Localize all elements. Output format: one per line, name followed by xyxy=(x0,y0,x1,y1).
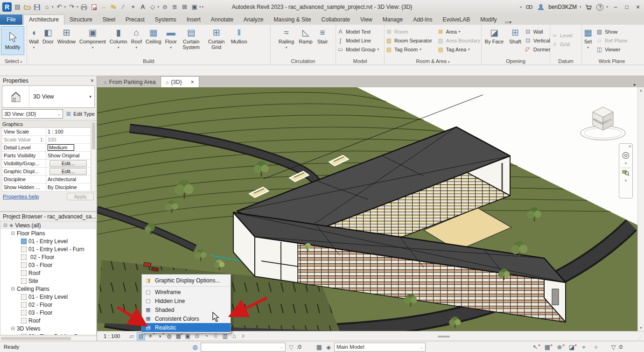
editable-only-filter-icon[interactable]: ▽ xyxy=(287,344,295,351)
apply-button[interactable]: Apply xyxy=(67,193,94,200)
menu-item-consistent-colors[interactable]: ▦ Consistent Colors xyxy=(142,314,231,323)
view-tab-list-icon[interactable]: ▾ xyxy=(633,82,644,87)
default-3d-view-icon[interactable]: ◇ xyxy=(149,3,157,11)
tree-item-cp-roof[interactable]: Roof xyxy=(0,317,96,324)
detail-level-icon[interactable]: ▱ xyxy=(127,332,136,340)
text-icon[interactable]: A xyxy=(139,3,147,11)
properties-close-icon[interactable]: × xyxy=(91,77,94,84)
curtain-grid-button[interactable]: ⊞Curtain Grid xyxy=(205,26,228,50)
tab-collaborate[interactable]: Collaborate xyxy=(316,14,355,25)
tab-file[interactable]: File xyxy=(0,14,22,25)
ramp-button[interactable]: ◺Ramp xyxy=(298,26,313,45)
ref-plane-button[interactable]: ▱Ref Plane xyxy=(596,36,627,45)
analytical-model-icon[interactable]: ⌂ xyxy=(230,332,238,340)
tree-item-cp-02-floor[interactable]: 02 - Floor xyxy=(0,301,96,309)
viewer-button[interactable]: ◫Viewer xyxy=(596,45,627,54)
tab-systems[interactable]: Systems xyxy=(150,14,182,25)
close-view-tab-icon[interactable]: × xyxy=(191,79,194,85)
zoom-caret-icon[interactable]: ▾ xyxy=(625,179,627,183)
menu-item-graphic-display-options[interactable]: ◨ Graphic Display Options... xyxy=(142,275,231,285)
show-work-plane-button[interactable]: ▧Show xyxy=(596,27,627,36)
wall-button[interactable]: ◖Wall▾ xyxy=(28,26,40,51)
print-icon[interactable] xyxy=(80,3,88,11)
properties-help-link[interactable]: Properties help xyxy=(3,194,39,199)
selection-filter-icon[interactable]: ▽ xyxy=(609,344,617,351)
curtain-system-button[interactable]: ▤Curtain System xyxy=(180,26,203,50)
user-caret-icon[interactable]: ▾ xyxy=(580,5,581,9)
panel-label-model[interactable]: Model xyxy=(336,58,384,65)
minimize-button[interactable]: – xyxy=(612,4,619,10)
view-tab-from-parking-area[interactable]: ⌂From Parking Area xyxy=(99,77,161,87)
graphic-display-edit-button[interactable]: Edit... xyxy=(49,168,87,175)
sync-caret-icon[interactable]: ▾ xyxy=(52,5,54,9)
wall-opening-button[interactable]: ⊟Wall xyxy=(525,27,551,36)
resize-grip[interactable]: ⋰ xyxy=(638,335,643,340)
workset-panel-icon[interactable]: ▦ xyxy=(315,344,323,351)
instance-selector[interactable]: 3D View: {3D}⌄ xyxy=(2,109,63,119)
select-pinned-toggle-icon[interactable]: ⊕× xyxy=(556,344,563,351)
tab-manage[interactable]: Manage xyxy=(378,14,408,25)
shaft-button[interactable]: ⊞Shaft xyxy=(508,26,522,45)
stair-button[interactable]: ≡Stair xyxy=(316,26,329,45)
show-crop-region-icon[interactable]: ▣ xyxy=(183,332,192,340)
temporary-hide-isolate-icon[interactable]: ◔ xyxy=(202,332,210,340)
floor-button[interactable]: ▬Floor▾ xyxy=(164,26,178,51)
user-avatar-icon[interactable] xyxy=(537,3,545,11)
type-selector-caret-icon[interactable]: ▾ xyxy=(86,94,94,99)
tab-annotate[interactable]: Annotate xyxy=(206,14,238,25)
tab-analyze[interactable]: Analyze xyxy=(238,14,269,25)
revit-logo-icon[interactable]: R xyxy=(2,2,12,12)
tree-item-01-entry-level-furn[interactable]: 01 - Entry Level - Furn xyxy=(0,245,96,253)
railing-button[interactable]: ≈Railing▾ xyxy=(278,26,295,51)
select-underlay-toggle-icon[interactable]: ▦× xyxy=(544,344,551,351)
visibility-edit-button[interactable]: Edit... xyxy=(49,160,87,167)
tree-item-03-floor-public-day[interactable]: 03 - Floor Public - Day xyxy=(0,332,96,335)
level-button[interactable]: ≍Level xyxy=(551,31,581,40)
vertical-opening-button[interactable]: ⊡Vertical xyxy=(525,36,551,45)
scroll-up-icon[interactable]: ▲ xyxy=(639,88,643,92)
switch-caret-icon[interactable]: ▾ xyxy=(199,5,201,9)
tree-item-cp-03-floor[interactable]: 03 - Floor xyxy=(0,309,96,317)
view-tab-3d[interactable]: ⌂{3D}× xyxy=(161,76,199,87)
active-workset-select[interactable]: ⌄ xyxy=(201,343,286,352)
close-button[interactable]: × xyxy=(634,3,642,11)
panel-label-circulation[interactable]: Circulation xyxy=(271,58,336,65)
view-scale-control[interactable]: 1 : 100 xyxy=(104,333,120,339)
viewport-hscroll-thumb[interactable] xyxy=(438,336,450,338)
signed-in-user[interactable]: benD3KZM xyxy=(548,4,577,10)
tab-massing-site[interactable]: Massing & Site xyxy=(269,14,316,25)
project-browser-hscrollbar[interactable] xyxy=(0,336,97,341)
search-collapse-icon[interactable]: ◂ xyxy=(520,5,522,9)
tree-3d-views[interactable]: ⊟3D Views xyxy=(0,324,96,332)
unlocked-view-icon[interactable]: ⊙ xyxy=(193,332,201,340)
model-group-button[interactable]: ▭Model Group ▾ xyxy=(337,45,383,54)
area-button[interactable]: ⊠Area ▾ xyxy=(437,27,480,36)
tab-insert[interactable]: Insert xyxy=(182,14,206,25)
show-rendering-dialog-icon[interactable]: ◍ xyxy=(165,332,173,340)
tree-floor-plans[interactable]: ⊟Floor Plans xyxy=(0,229,96,237)
menu-item-hidden-line[interactable]: ▢ Hidden Line xyxy=(142,296,231,305)
file-document-icon[interactable]: ▤ xyxy=(14,3,21,11)
tab-modify[interactable]: Modify xyxy=(475,14,502,25)
panel-label-opening[interactable]: Opening xyxy=(482,58,550,65)
design-options-icon[interactable]: ◈ xyxy=(325,344,332,351)
model-line-icon[interactable]: ∕ xyxy=(119,3,127,11)
menu-item-shaded[interactable]: ▦ Shaded xyxy=(142,305,231,314)
window-button[interactable]: ⊞Window xyxy=(56,26,77,45)
redo-caret-icon[interactable]: ▾ xyxy=(77,5,78,9)
set-work-plane-button[interactable]: ▦Set▾ xyxy=(583,26,593,51)
view-scale-value[interactable]: 1 : 100 xyxy=(46,129,90,134)
column-button[interactable]: ▮Column▾ xyxy=(109,26,128,51)
tree-ceiling-plans[interactable]: ⊟Ceiling Plans xyxy=(0,285,96,293)
parts-visibility-value[interactable]: Show Original xyxy=(46,153,90,158)
tree-item-roof[interactable]: Roof xyxy=(0,269,96,277)
sun-path-icon[interactable]: ☀× xyxy=(146,332,154,340)
steering-wheel-icon[interactable]: ◎ xyxy=(622,149,630,160)
model-line-button[interactable]: ∫Model Line xyxy=(337,36,383,45)
menu-item-realistic[interactable]: ▤ Realistic xyxy=(142,323,231,332)
model-text-button[interactable]: AModel Text xyxy=(337,27,383,36)
crop-view-icon[interactable]: ▦× xyxy=(174,332,182,340)
view3d-caret-icon[interactable]: ▾ xyxy=(158,5,160,9)
tab-view[interactable]: View xyxy=(355,14,378,25)
modify-button[interactable]: Modify xyxy=(1,26,24,55)
